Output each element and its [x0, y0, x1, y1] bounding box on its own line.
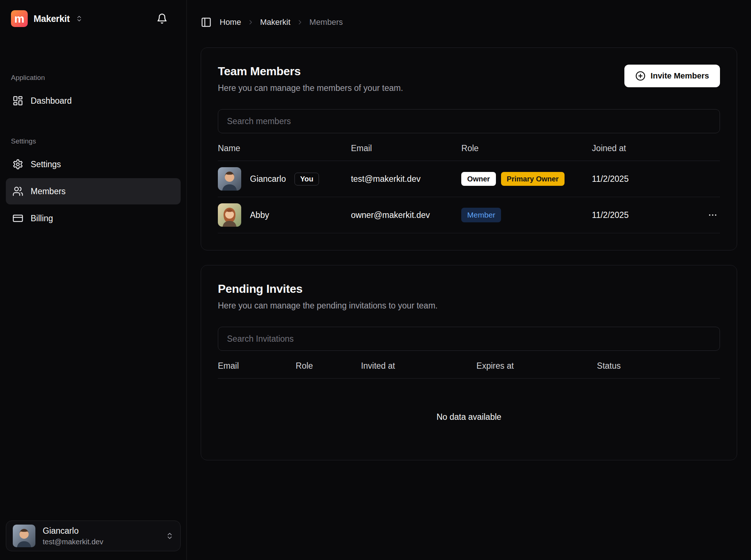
- sidebar-item-members[interactable]: Members: [6, 178, 181, 204]
- col-email: Email: [218, 354, 296, 379]
- team-members-title: Team Members: [218, 65, 403, 78]
- plus-circle-icon: [635, 71, 646, 81]
- pending-invites-title: Pending Invites: [218, 282, 438, 296]
- sidebar-item-label: Settings: [31, 160, 61, 169]
- col-joined: Joined at: [592, 136, 675, 161]
- member-email: test@makerkit.dev: [351, 161, 462, 197]
- col-expires: Expires at: [477, 354, 597, 379]
- breadcrumb-team[interactable]: Makerkit: [260, 18, 290, 27]
- sidebar-item-label: Dashboard: [31, 96, 72, 106]
- members-table: Name Email Role Joined at: [218, 136, 720, 233]
- member-name: Abby: [250, 210, 269, 220]
- dashboard-icon: [12, 95, 23, 106]
- search-invitations-input[interactable]: [218, 327, 720, 351]
- gear-icon: [12, 159, 23, 170]
- member-avatar: [218, 203, 241, 227]
- brand-name: Makerkit: [34, 14, 70, 24]
- breadcrumb: Home Makerkit Members: [220, 18, 343, 27]
- credit-card-icon: [12, 213, 23, 224]
- chevrons-up-down-icon: [76, 15, 83, 22]
- sidebar-item-settings[interactable]: Settings: [6, 151, 181, 177]
- nav-section-application: Application: [6, 74, 181, 82]
- col-actions: [675, 136, 720, 161]
- bell-icon: [157, 13, 167, 24]
- member-name: Giancarlo: [250, 174, 286, 184]
- brand-logo-letter: m: [14, 13, 24, 24]
- member-email: owner@makerkit.dev: [351, 197, 462, 233]
- role-badge-member: Member: [461, 208, 501, 222]
- member-avatar: [218, 167, 241, 191]
- invite-members-label: Invite Members: [651, 71, 709, 81]
- nav-section-settings: Settings: [6, 137, 181, 145]
- sidebar-toggle-button[interactable]: [201, 17, 212, 28]
- row-actions-button[interactable]: [705, 208, 720, 222]
- member-joined: 11/2/2025: [592, 197, 675, 233]
- sidebar-item-billing[interactable]: Billing: [6, 205, 181, 231]
- notifications-button[interactable]: [157, 13, 167, 24]
- chevron-right-icon: [296, 19, 304, 26]
- role-badge-owner: Owner: [461, 172, 496, 186]
- col-role: Role: [461, 136, 592, 161]
- team-members-card: Team Members Here you can manage the mem…: [201, 47, 737, 250]
- member-joined: 11/2/2025: [592, 161, 675, 197]
- workspace-switcher[interactable]: m Makerkit: [6, 10, 181, 27]
- chevron-right-icon: [247, 19, 254, 26]
- sidebar-nav: Application Dashboard Settings Settings …: [6, 74, 181, 231]
- user-name: Giancarlo: [43, 526, 103, 536]
- col-email: Email: [351, 136, 462, 161]
- empty-state-text: No data available: [218, 379, 720, 444]
- invite-members-button[interactable]: Invite Members: [624, 65, 720, 87]
- role-badge-primary-owner: Primary Owner: [501, 172, 565, 186]
- ellipsis-icon: [708, 210, 718, 220]
- breadcrumb-current: Members: [309, 18, 343, 27]
- sidebar: m Makerkit Application Dashboard Setting…: [0, 0, 187, 560]
- empty-row: No data available: [218, 379, 720, 444]
- sidebar-item-label: Billing: [31, 214, 53, 223]
- you-badge: You: [294, 173, 319, 185]
- col-role: Role: [296, 354, 361, 379]
- account-menu-trigger[interactable]: Giancarlo test@makerkit.dev: [6, 521, 181, 551]
- chevrons-up-down-icon: [166, 532, 174, 540]
- pending-invites-card: Pending Invites Here you can manage the …: [201, 265, 737, 460]
- team-members-subtitle: Here you can manage the members of your …: [218, 83, 403, 93]
- panel-left-icon: [201, 17, 212, 28]
- sidebar-item-dashboard[interactable]: Dashboard: [6, 88, 181, 114]
- invitations-table: Email Role Invited at Expires at Status …: [218, 354, 720, 443]
- breadcrumb-home[interactable]: Home: [220, 18, 241, 27]
- user-avatar: [13, 525, 35, 547]
- col-status: Status: [597, 354, 720, 379]
- topbar: Home Makerkit Members: [187, 0, 751, 45]
- users-icon: [12, 186, 23, 197]
- pending-invites-subtitle: Here you can manage the pending invitati…: [218, 301, 438, 311]
- main-area: Home Makerkit Members Team Members Here …: [187, 0, 751, 560]
- user-email: test@makerkit.dev: [43, 538, 103, 546]
- col-invited: Invited at: [361, 354, 476, 379]
- search-members-input[interactable]: [218, 109, 720, 133]
- member-row: Abby owner@makerkit.dev Member 11/2/2025: [218, 197, 720, 233]
- brand-logo: m: [11, 10, 28, 27]
- content: Team Members Here you can manage the mem…: [187, 45, 751, 475]
- member-row: Giancarlo You test@makerkit.dev Owner Pr…: [218, 161, 720, 197]
- sidebar-item-label: Members: [31, 187, 66, 196]
- col-name: Name: [218, 136, 351, 161]
